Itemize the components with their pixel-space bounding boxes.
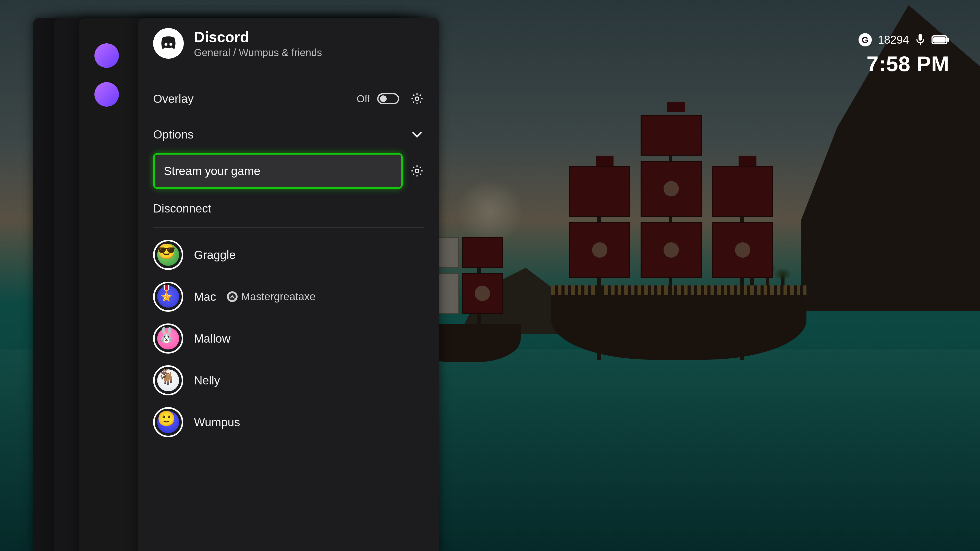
avatar: 🐰 bbox=[153, 324, 183, 354]
xbox-icon bbox=[227, 291, 238, 302]
svg-rect-0 bbox=[918, 34, 922, 41]
gamerscore-icon: G bbox=[859, 33, 872, 46]
overlay-toggle[interactable] bbox=[377, 93, 399, 104]
svg-point-13 bbox=[415, 169, 419, 173]
voice-user-name: Nelly bbox=[194, 373, 220, 387]
status-bar: G 18294 7:58 PM bbox=[859, 33, 950, 76]
voice-user-name: Wumpus bbox=[194, 415, 240, 429]
clock: 7:58 PM bbox=[859, 52, 950, 76]
voice-user-name: Mallow bbox=[194, 332, 231, 345]
voice-user-row[interactable]: 🙂 Wumpus bbox=[153, 407, 424, 437]
stream-settings-button[interactable] bbox=[410, 164, 424, 178]
voice-user-row[interactable]: 🐐 Nelly bbox=[153, 365, 424, 395]
avatar: 🙂 bbox=[153, 407, 183, 437]
voice-user-row[interactable]: 🐰 Mallow bbox=[153, 324, 424, 354]
avatar: 🐐 bbox=[153, 365, 183, 395]
voice-user-gamertag: Mastergreataxe bbox=[241, 291, 316, 303]
voice-user-list: 😎 Graggle 🎖️ Mac Mastergreataxe 🐰 Mallow… bbox=[153, 240, 424, 437]
stream-your-game-button[interactable]: Stream your game bbox=[153, 153, 403, 189]
options-row[interactable]: Options bbox=[153, 127, 424, 141]
microphone-icon bbox=[915, 33, 925, 46]
svg-point-12 bbox=[415, 97, 419, 100]
chevron-down-icon bbox=[410, 128, 424, 141]
disconnect-button[interactable]: Disconnect bbox=[153, 202, 211, 215]
overlay-settings-button[interactable] bbox=[410, 92, 424, 105]
voice-user-row[interactable]: 🎖️ Mac Mastergreataxe bbox=[153, 282, 424, 312]
avatar[interactable] bbox=[94, 82, 119, 106]
avatar[interactable] bbox=[94, 43, 119, 68]
voice-user-name: Graggle bbox=[194, 248, 236, 262]
voice-user-name: Mac bbox=[194, 290, 216, 303]
avatar: 😎 bbox=[153, 240, 183, 270]
panel-title: Discord bbox=[194, 28, 322, 45]
discord-logo-icon bbox=[153, 28, 184, 59]
svg-rect-3 bbox=[933, 37, 946, 42]
voice-user-row[interactable]: 😎 Graggle bbox=[153, 240, 424, 270]
overlay-state: Off bbox=[356, 93, 370, 105]
divider bbox=[153, 227, 424, 227]
battery-icon bbox=[932, 35, 950, 45]
avatar: 🎖️ bbox=[153, 282, 183, 312]
panel-subtitle: General / Wumpus & friends bbox=[194, 47, 322, 59]
overlay-row[interactable]: Overlay Off bbox=[153, 92, 424, 106]
stream-label: Stream your game bbox=[164, 164, 260, 178]
discord-panel: Discord General / Wumpus & friends Overl… bbox=[138, 18, 439, 551]
svg-point-10 bbox=[164, 43, 167, 46]
svg-point-11 bbox=[169, 43, 172, 46]
options-label: Options bbox=[153, 127, 194, 141]
gamerscore-value: 18294 bbox=[878, 33, 909, 46]
overlay-label: Overlay bbox=[153, 92, 193, 106]
svg-rect-4 bbox=[947, 38, 949, 42]
